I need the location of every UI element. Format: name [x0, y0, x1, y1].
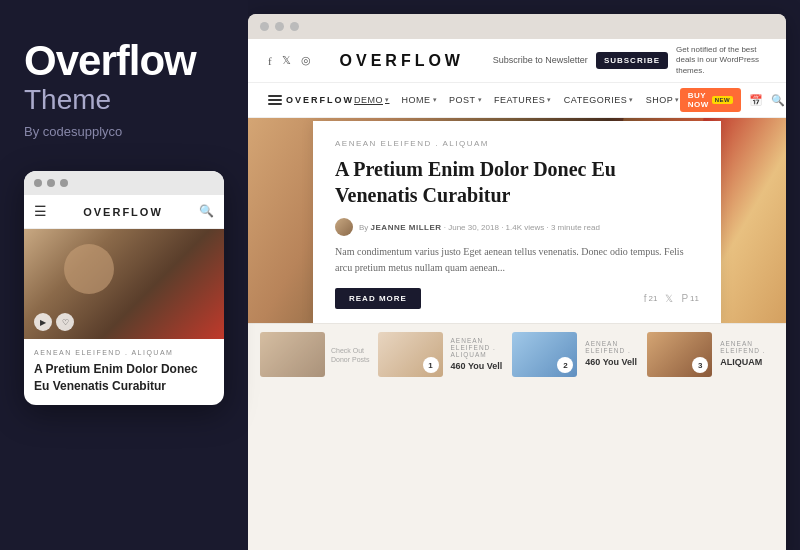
subscribe-text: Subscribe to Newsletter	[493, 55, 588, 67]
dot-1	[34, 179, 42, 187]
buy-now-button[interactable]: BUY NOW NEW	[680, 88, 742, 112]
browser-dot-1	[260, 22, 269, 31]
read-more-button[interactable]: READ MORE	[335, 288, 421, 309]
twitter-icon[interactable]: 𝕏	[282, 54, 291, 67]
dot-2	[47, 179, 55, 187]
mobile-titlebar	[24, 171, 224, 195]
bottom-card-1[interactable]: 1 AENEAN ELEIFEND . ALIQUAM 460 You Vell	[378, 332, 505, 377]
article-views: 1.4K views	[506, 223, 545, 232]
share-icons: f 21 𝕏 P 11	[644, 293, 699, 304]
article-excerpt: Nam condimentum varius justo Eget aenean…	[335, 244, 699, 276]
instagram-icon[interactable]: ◎	[301, 54, 311, 67]
nav-shop[interactable]: SHOP ▾	[646, 95, 680, 105]
nav-demo[interactable]: DEMO ▾	[354, 95, 390, 105]
bottom-info-2: AENEAN ELEIFEND . 460 You Vell	[585, 340, 639, 369]
bottom-title-3: ALIQUAM	[720, 357, 774, 369]
article-author-row: By JEANNE MILLER · June 30, 2018 · 1.4K …	[335, 218, 699, 236]
bottom-card-2[interactable]: 2 AENEAN ELEIFEND . 460 You Vell	[512, 332, 639, 377]
article-card: AENEAN ELEIFEND . ALIQUAM A Pretium Enim…	[313, 121, 721, 323]
mobile-site-title: OVERFLOW	[83, 206, 163, 218]
desktop-nav: OVERFLOW DEMO ▾ HOME ▾ POST ▾ FEATURES ▾…	[248, 83, 786, 118]
nav-categories[interactable]: CATEGORIES ▾	[564, 95, 634, 105]
bottom-info-1: AENEAN ELEIFEND . ALIQUAM 460 You Vell	[451, 337, 505, 373]
pinterest-count: 11	[690, 294, 699, 303]
bottom-category-3: AENEAN ELEIFEND .	[720, 340, 774, 354]
desktop-top-bar: f 𝕏 ◎ OVERFLOW Subscribe to Newsletter S…	[248, 39, 786, 83]
article-author-info: By JEANNE MILLER · June 30, 2018 · 1.4K …	[359, 223, 600, 232]
subscribe-button[interactable]: SUBSCRIBE	[596, 52, 668, 69]
dot-3	[60, 179, 68, 187]
mobile-headline: A Pretium Enim Dolor Donec Eu Venenatis …	[34, 361, 214, 395]
author-name: JEANNE MILLER	[371, 223, 442, 232]
left-panel: Overflow Theme By codesupplyco ☰ OVERFLO…	[0, 0, 248, 550]
desktop-content: AENEAN ELEIFEND . ALIQUAM A Pretium Enim…	[248, 118, 786, 550]
calendar-icon[interactable]: 📅	[749, 94, 763, 107]
thumb-number-1: 1	[423, 357, 439, 373]
nav-links: DEMO ▾ HOME ▾ POST ▾ FEATURES ▾ CATEGORI…	[354, 95, 680, 105]
article-read-time: 3 minute read	[551, 223, 600, 232]
article-title: A Pretium Enim Dolor Donec Eu Venenatis …	[335, 156, 699, 208]
nav-features[interactable]: FEATURES ▾	[494, 95, 552, 105]
share-twitter[interactable]: 𝕏	[665, 293, 673, 304]
nav-home[interactable]: HOME ▾	[402, 95, 438, 105]
brand-author: By codesupplyco	[24, 124, 122, 139]
mobile-category: AENEAN ELEIFEND . ALIQUAM	[34, 349, 214, 356]
thumb-number-2: 2	[557, 357, 573, 373]
desktop-preview: f 𝕏 ◎ OVERFLOW Subscribe to Newsletter S…	[248, 14, 786, 550]
notification-text: Get notified of the best deals in our Wo…	[676, 45, 766, 76]
logo-text: OVERFLOW	[286, 95, 354, 105]
bottom-category-1: AENEAN ELEIFEND . ALIQUAM	[451, 337, 505, 358]
mobile-card-content: AENEAN ELEIFEND . ALIQUAM A Pretium Enim…	[24, 339, 224, 405]
bottom-thumb-3: 3	[647, 332, 712, 377]
nav-post[interactable]: POST ▾	[449, 95, 482, 105]
buy-now-label: BUY NOW	[688, 91, 709, 109]
brand-subtitle: Theme	[24, 84, 111, 116]
browser-titlebar	[248, 14, 786, 39]
article-footer: READ MORE f 21 𝕏 P 11	[335, 288, 699, 309]
brand-title: Overflow	[24, 40, 196, 82]
desktop-site-name: OVERFLOW	[340, 52, 464, 70]
subscribe-area: Subscribe to Newsletter SUBSCRIBE Get no…	[493, 45, 766, 76]
bottom-card-3[interactable]: 3 AENEAN ELEIFEND . ALIQUAM	[647, 332, 774, 377]
new-badge: NEW	[712, 96, 734, 104]
share-facebook[interactable]: f 21	[644, 293, 658, 304]
mobile-hero-image: ▶ ♡	[24, 229, 224, 339]
nav-actions: BUY NOW NEW 📅 🔍	[680, 88, 786, 112]
logo-line-3	[268, 103, 282, 105]
social-icons: f 𝕏 ◎	[268, 54, 311, 67]
play-button[interactable]: ▶	[34, 313, 52, 331]
bottom-info-3: AENEAN ELEIFEND . ALIQUAM	[720, 340, 774, 369]
check-out-thumb	[260, 332, 325, 377]
logo-line-1	[268, 95, 282, 97]
hero-section: AENEAN ELEIFEND . ALIQUAM A Pretium Enim…	[248, 118, 786, 323]
facebook-icon[interactable]: f	[268, 55, 272, 67]
facebook-count: 21	[649, 294, 658, 303]
bottom-title-2: 460 You Vell	[585, 357, 639, 369]
share-pinterest[interactable]: P 11	[681, 293, 699, 304]
pinterest-share-icon: P	[681, 293, 688, 304]
thumb-number-3: 3	[692, 357, 708, 373]
bottom-thumb-2: 2	[512, 332, 577, 377]
browser-dot-2	[275, 22, 284, 31]
author-avatar	[335, 218, 353, 236]
bookmark-button[interactable]: ♡	[56, 313, 74, 331]
check-out-label: Check OutDonor Posts	[331, 346, 370, 364]
check-out-card: Check OutDonor Posts	[260, 332, 370, 377]
mobile-nav: ☰ OVERFLOW 🔍	[24, 195, 224, 229]
logo-line-2	[268, 99, 282, 101]
bottom-category-2: AENEAN ELEIFEND .	[585, 340, 639, 354]
hamburger-icon[interactable]: ☰	[34, 203, 47, 220]
search-icon[interactable]: 🔍	[199, 204, 214, 219]
article-date: June 30, 2018	[448, 223, 499, 232]
article-category: AENEAN ELEIFEND . ALIQUAM	[335, 139, 699, 148]
mobile-preview: ☰ OVERFLOW 🔍 ▶ ♡ AENEAN ELEIFEND . ALIQU…	[24, 171, 224, 405]
browser-dot-3	[290, 22, 299, 31]
twitter-share-icon: 𝕏	[665, 293, 673, 304]
facebook-share-icon: f	[644, 293, 647, 304]
bottom-thumb-1: 1	[378, 332, 443, 377]
bottom-strip: Check OutDonor Posts 1 AENEAN ELEIFEND .…	[248, 323, 786, 385]
bottom-title-1: 460 You Vell	[451, 361, 505, 373]
search-icon-desktop[interactable]: 🔍	[771, 94, 785, 107]
desktop-logo: OVERFLOW	[268, 95, 354, 105]
logo-lines	[268, 95, 282, 105]
